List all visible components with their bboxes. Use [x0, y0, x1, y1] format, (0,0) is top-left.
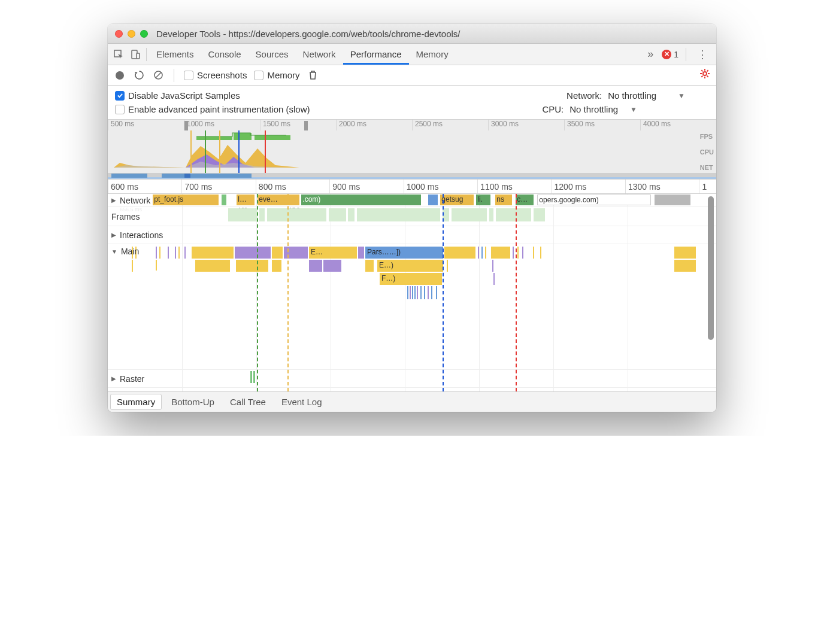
cpu-label: CPU: — [516, 104, 564, 114]
frame-segment[interactable] — [259, 208, 265, 221]
range-handle-left[interactable] — [184, 121, 188, 130]
tab-event-log[interactable]: Event Log — [275, 394, 328, 409]
net-segment[interactable] — [222, 195, 226, 205]
close-icon[interactable] — [115, 30, 123, 38]
flame-block[interactable] — [365, 260, 374, 272]
flame-block[interactable]: F…) — [380, 273, 442, 285]
net-segment[interactable]: l… — [237, 195, 255, 205]
tab-call-tree[interactable]: Call Tree — [224, 394, 272, 409]
flame-block[interactable] — [674, 247, 696, 259]
scrollbar-thumb[interactable] — [708, 196, 714, 340]
svg-line-13 — [707, 70, 708, 71]
frame-segment[interactable] — [347, 208, 355, 221]
raster-segment[interactable] — [253, 371, 255, 383]
flame-block[interactable] — [444, 247, 475, 259]
net-segment[interactable] — [655, 195, 690, 205]
raster-track-header[interactable]: Raster — [108, 370, 174, 387]
frame-segment[interactable] — [328, 208, 346, 221]
tab-network[interactable]: Network — [296, 44, 343, 65]
error-count-badge[interactable]: ✕ 1 — [662, 50, 678, 59]
ov-tick: 3500 ms — [564, 120, 640, 130]
ov-tick: 2000 ms — [336, 120, 412, 130]
overview-minimap[interactable]: 500 ms 1000 ms 1500 ms 2000 ms 2500 ms 3… — [108, 120, 716, 180]
frame-segment[interactable] — [495, 208, 531, 221]
overflow-button[interactable]: » — [644, 48, 657, 60]
main-track-header[interactable]: Main — [108, 247, 174, 256]
flame-block[interactable] — [309, 260, 322, 272]
raster-track[interactable]: Raster — [108, 370, 716, 388]
frame-segment[interactable] — [356, 208, 440, 221]
flame-block[interactable]: E…) — [377, 260, 443, 272]
frame-segment[interactable] — [266, 208, 326, 221]
network-track[interactable]: Network pt_foot.js l… eve… .com) getsug … — [108, 194, 716, 207]
tab-elements[interactable]: Elements — [149, 44, 201, 65]
frames-track[interactable]: Frames 656.5 ms 109. ms 117.0 ms — [108, 207, 716, 226]
flame-block[interactable] — [358, 247, 364, 259]
maximize-icon[interactable] — [140, 30, 148, 38]
event-marker-green — [257, 194, 258, 391]
timeline-ruler[interactable]: 600 ms 700 ms 800 ms 900 ms 1000 ms 1100… — [108, 180, 716, 194]
flame-block[interactable] — [272, 260, 281, 272]
disable-js-samples-checkbox[interactable]: Disable JavaScript Samples — [115, 90, 355, 101]
net-segment[interactable]: eve… — [258, 195, 299, 205]
minimize-icon[interactable] — [128, 30, 135, 38]
tab-bottom-up[interactable]: Bottom-Up — [165, 394, 220, 409]
net-segment[interactable]: opers.google.com) — [537, 195, 651, 205]
frame-segment[interactable] — [489, 208, 493, 221]
error-count: 1 — [674, 50, 678, 59]
performance-toolbar: Screenshots Memory — [108, 65, 716, 86]
tab-sources[interactable]: Sources — [249, 44, 296, 65]
tab-console[interactable]: Console — [201, 44, 249, 65]
inspect-icon[interactable] — [110, 50, 127, 59]
flame-stripes[interactable] — [407, 286, 443, 299]
interactions-track[interactable]: Interactions — [108, 226, 716, 244]
net-segment[interactable]: ns — [495, 195, 512, 205]
tab-performance[interactable]: Performance — [343, 44, 409, 65]
device-toggle-icon[interactable] — [127, 50, 144, 59]
record-button[interactable] — [114, 69, 126, 81]
flame-block[interactable] — [323, 260, 341, 272]
window-title: Developer Tools - https://developers.goo… — [156, 29, 461, 39]
flame-block[interactable] — [195, 260, 230, 272]
tracks-scrollbar[interactable] — [709, 196, 715, 346]
reload-record-button[interactable] — [133, 69, 145, 81]
interactions-track-header[interactable]: Interactions — [108, 226, 174, 244]
screenshots-checkbox[interactable]: Screenshots — [184, 70, 247, 80]
flame-block[interactable] — [491, 247, 510, 259]
clear-button[interactable] — [152, 69, 164, 81]
capture-settings-icon[interactable] — [699, 68, 710, 82]
net-segment[interactable]: pt_foot.js — [153, 195, 219, 205]
kebab-menu-icon[interactable]: ⋮ — [693, 48, 711, 61]
network-throttling-select[interactable]: No throttling ▼ — [608, 90, 685, 101]
tracks-panel[interactable]: Network pt_foot.js l… eve… .com) getsug … — [108, 194, 716, 391]
net-segment[interactable]: .com) — [301, 195, 421, 205]
flame-block[interactable]: Pars……]) — [365, 247, 443, 259]
frame-segment[interactable] — [451, 208, 487, 221]
network-track-header[interactable]: Network — [108, 194, 153, 206]
memory-checkbox[interactable]: Memory — [254, 70, 299, 80]
raster-segment[interactable] — [250, 371, 252, 383]
frame-segment[interactable] — [228, 208, 258, 221]
frame-segment[interactable] — [533, 208, 545, 221]
flame-block[interactable] — [235, 247, 271, 259]
paint-instrumentation-checkbox[interactable]: Enable advanced paint instrumentation (s… — [115, 104, 355, 114]
details-tabs: Summary Bottom-Up Call Tree Event Log — [108, 391, 716, 412]
main-track[interactable]: Main E… Pars……]) — [108, 244, 716, 370]
range-handle-right[interactable] — [304, 121, 308, 130]
net-segment[interactable]: li. — [476, 195, 490, 205]
garbage-collect-button[interactable] — [307, 69, 319, 81]
net-segment[interactable]: getsug — [440, 195, 474, 205]
flame-block[interactable] — [674, 260, 696, 272]
net-segment[interactable]: c… — [516, 195, 534, 205]
cpu-throttling-select[interactable]: No throttling ▼ — [569, 104, 637, 114]
svg-rect-16 — [255, 135, 290, 140]
tab-summary[interactable]: Summary — [110, 394, 162, 410]
tab-memory[interactable]: Memory — [409, 44, 456, 65]
flame-block[interactable] — [192, 247, 234, 259]
frames-track-header[interactable]: Frames — [108, 207, 174, 226]
overview-net — [108, 173, 716, 179]
flame-block[interactable] — [272, 247, 283, 259]
flame-block[interactable]: E… — [309, 247, 357, 259]
net-segment[interactable] — [428, 195, 438, 205]
flame-block[interactable] — [236, 260, 268, 272]
